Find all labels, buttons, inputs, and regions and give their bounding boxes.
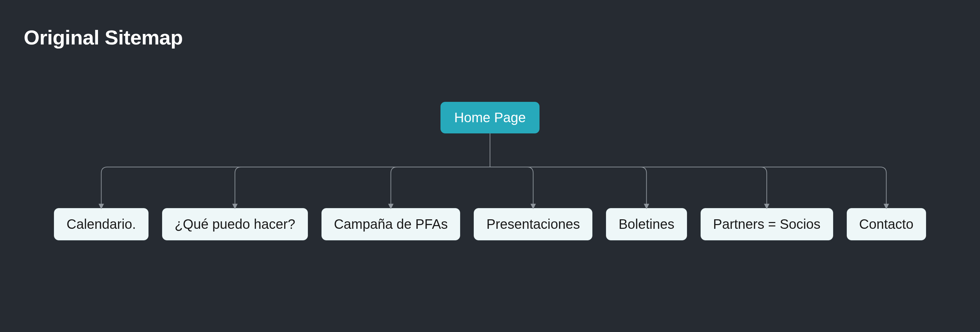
child-node-calendario: Calendario. — [54, 208, 148, 240]
child-node-partners-socios: Partners = Socios — [701, 208, 833, 240]
children-row: Calendario. ¿Qué puedo hacer? Campaña de… — [0, 208, 980, 240]
child-node-que-puedo-hacer: ¿Qué puedo hacer? — [162, 208, 308, 240]
page-title: Original Sitemap — [24, 26, 183, 49]
sitemap-diagram: Home Page Calendario. ¿Qué puedo hacer? … — [0, 102, 980, 240]
child-node-campana-pfas: Campaña de PFAs — [321, 208, 460, 240]
child-node-contacto: Contacto — [847, 208, 926, 240]
child-node-boletines: Boletines — [606, 208, 687, 240]
child-node-presentaciones: Presentaciones — [474, 208, 592, 240]
root-node-home: Home Page — [441, 102, 539, 133]
